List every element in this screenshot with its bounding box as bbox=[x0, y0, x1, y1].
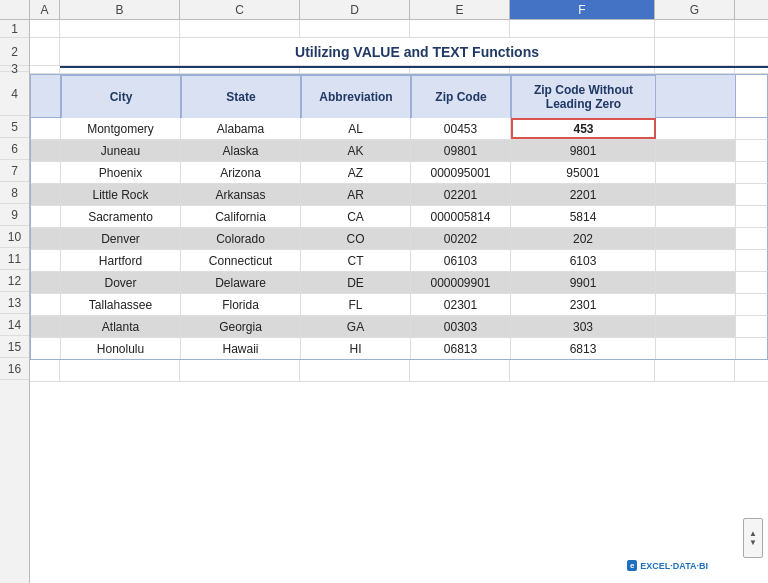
cell-state-8[interactable]: Arkansas bbox=[181, 184, 301, 205]
cell-zip-15[interactable]: 06813 bbox=[411, 338, 511, 359]
cell-zip-5[interactable]: 00453 bbox=[411, 118, 511, 139]
cell-g7[interactable] bbox=[656, 162, 736, 183]
cell-a5[interactable] bbox=[31, 118, 61, 139]
scroll-control[interactable]: ▲ ▼ bbox=[743, 518, 763, 558]
cell-zip-6[interactable]: 09801 bbox=[411, 140, 511, 161]
cell-g6[interactable] bbox=[656, 140, 736, 161]
row-num-13[interactable]: 13 bbox=[0, 292, 29, 314]
cell-abbr-14[interactable]: GA bbox=[301, 316, 411, 337]
cell-zip-14[interactable]: 00303 bbox=[411, 316, 511, 337]
cell-zip-10[interactable]: 00202 bbox=[411, 228, 511, 249]
cell-zipval-11[interactable]: 6103 bbox=[511, 250, 656, 271]
cell-state-6[interactable]: Alaska bbox=[181, 140, 301, 161]
cell-city-13[interactable]: Tallahassee bbox=[61, 294, 181, 315]
row-num-15[interactable]: 15 bbox=[0, 336, 29, 358]
cell-a14[interactable] bbox=[31, 316, 61, 337]
cell-d1[interactable] bbox=[300, 20, 410, 37]
cell-state-10[interactable]: Colorado bbox=[181, 228, 301, 249]
cell-zipval-13[interactable]: 2301 bbox=[511, 294, 656, 315]
cell-a2[interactable] bbox=[30, 38, 60, 65]
cell-c16[interactable] bbox=[180, 360, 300, 381]
cell-city-15[interactable]: Honolulu bbox=[61, 338, 181, 359]
cell-state-9[interactable]: California bbox=[181, 206, 301, 227]
cell-city-11[interactable]: Hartford bbox=[61, 250, 181, 271]
col-header-g[interactable]: G bbox=[655, 0, 735, 19]
cell-g14[interactable] bbox=[656, 316, 736, 337]
cell-state-12[interactable]: Delaware bbox=[181, 272, 301, 293]
cell-a3[interactable] bbox=[30, 68, 60, 73]
cell-g2[interactable] bbox=[655, 38, 735, 65]
cell-city-5[interactable]: Montgomery bbox=[61, 118, 181, 139]
cell-zip-8[interactable]: 02201 bbox=[411, 184, 511, 205]
col-header-d[interactable]: D bbox=[300, 0, 410, 19]
cell-city-8[interactable]: Little Rock bbox=[61, 184, 181, 205]
row-num-11[interactable]: 11 bbox=[0, 248, 29, 270]
cell-zip-7[interactable]: 000095001 bbox=[411, 162, 511, 183]
cell-a11[interactable] bbox=[31, 250, 61, 271]
cell-a12[interactable] bbox=[31, 272, 61, 293]
cell-zipval-7[interactable]: 95001 bbox=[511, 162, 656, 183]
row-num-8[interactable]: 8 bbox=[0, 182, 29, 204]
cell-a15[interactable] bbox=[31, 338, 61, 359]
cell-a8[interactable] bbox=[31, 184, 61, 205]
cell-a7[interactable] bbox=[31, 162, 61, 183]
cell-b2[interactable] bbox=[60, 38, 180, 65]
cell-zipval-14[interactable]: 303 bbox=[511, 316, 656, 337]
cell-f3[interactable] bbox=[510, 68, 655, 73]
cell-g10[interactable] bbox=[656, 228, 736, 249]
cell-zipval-9[interactable]: 5814 bbox=[511, 206, 656, 227]
cell-g13[interactable] bbox=[656, 294, 736, 315]
cell-abbr-8[interactable]: AR bbox=[301, 184, 411, 205]
cell-b1[interactable] bbox=[60, 20, 180, 37]
cell-e3[interactable] bbox=[410, 68, 510, 73]
col-header-b[interactable]: B bbox=[60, 0, 180, 19]
col-header-f[interactable]: F bbox=[510, 0, 655, 19]
cell-b16[interactable] bbox=[60, 360, 180, 381]
cell-city-9[interactable]: Sacramento bbox=[61, 206, 181, 227]
col-header-c[interactable]: C bbox=[180, 0, 300, 19]
cell-a4[interactable] bbox=[31, 75, 61, 117]
cell-zipval-15[interactable]: 6813 bbox=[511, 338, 656, 359]
row-num-5[interactable]: 5 bbox=[0, 116, 29, 138]
row-num-1[interactable]: 1 bbox=[0, 20, 29, 38]
cell-g3[interactable] bbox=[655, 68, 735, 73]
cell-zipval-12[interactable]: 9901 bbox=[511, 272, 656, 293]
cell-a10[interactable] bbox=[31, 228, 61, 249]
cell-city-14[interactable]: Atlanta bbox=[61, 316, 181, 337]
cell-g12[interactable] bbox=[656, 272, 736, 293]
row-num-16[interactable]: 16 bbox=[0, 358, 29, 380]
cell-city-12[interactable]: Dover bbox=[61, 272, 181, 293]
cell-state-14[interactable]: Georgia bbox=[181, 316, 301, 337]
cell-abbr-12[interactable]: DE bbox=[301, 272, 411, 293]
cell-abbr-5[interactable]: AL bbox=[301, 118, 411, 139]
cell-zipval-10[interactable]: 202 bbox=[511, 228, 656, 249]
cell-state-15[interactable]: Hawaii bbox=[181, 338, 301, 359]
cell-zipval-6[interactable]: 9801 bbox=[511, 140, 656, 161]
cell-abbr-13[interactable]: FL bbox=[301, 294, 411, 315]
cell-f16[interactable] bbox=[510, 360, 655, 381]
row-num-14[interactable]: 14 bbox=[0, 314, 29, 336]
cell-city-6[interactable]: Juneau bbox=[61, 140, 181, 161]
cell-zip-12[interactable]: 000009901 bbox=[411, 272, 511, 293]
cell-a6[interactable] bbox=[31, 140, 61, 161]
cell-state-13[interactable]: Florida bbox=[181, 294, 301, 315]
cell-g11[interactable] bbox=[656, 250, 736, 271]
cell-f1[interactable] bbox=[510, 20, 655, 37]
cell-a1[interactable] bbox=[30, 20, 60, 37]
cell-g5[interactable] bbox=[656, 118, 736, 139]
cell-g15[interactable] bbox=[656, 338, 736, 359]
cell-c3[interactable] bbox=[180, 68, 300, 73]
cell-g1[interactable] bbox=[655, 20, 735, 37]
cell-a9[interactable] bbox=[31, 206, 61, 227]
cell-a16[interactable] bbox=[30, 360, 60, 381]
cell-abbr-6[interactable]: AK bbox=[301, 140, 411, 161]
cell-city-10[interactable]: Denver bbox=[61, 228, 181, 249]
row-num-6[interactable]: 6 bbox=[0, 138, 29, 160]
cell-state-5[interactable]: Alabama bbox=[181, 118, 301, 139]
cell-abbr-9[interactable]: CA bbox=[301, 206, 411, 227]
col-header-a[interactable]: A bbox=[30, 0, 60, 19]
cell-d3[interactable] bbox=[300, 68, 410, 73]
cell-zip-13[interactable]: 02301 bbox=[411, 294, 511, 315]
cell-c1[interactable] bbox=[180, 20, 300, 37]
cell-zip-11[interactable]: 06103 bbox=[411, 250, 511, 271]
